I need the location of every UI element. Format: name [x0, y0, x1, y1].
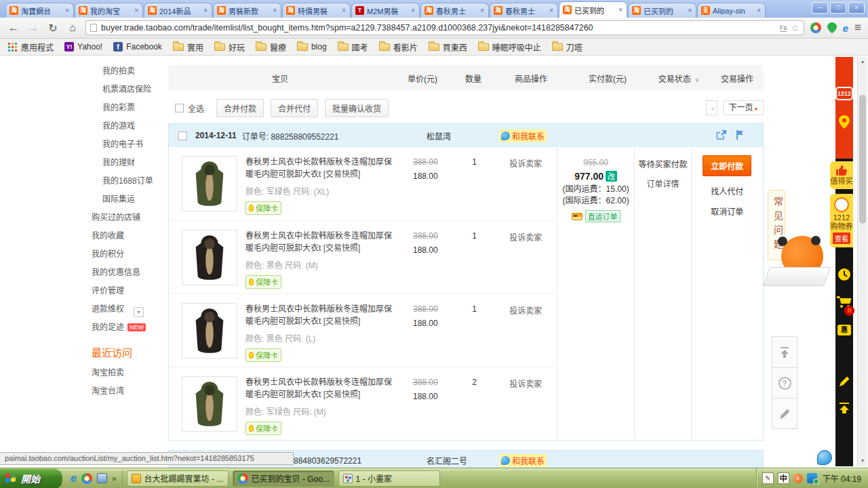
browser-tab[interactable]: 淘2014新品× — [144, 3, 212, 18]
scroll-up-arrow[interactable]: ▲ — [858, 57, 867, 66]
feedback-button[interactable] — [772, 398, 797, 428]
bookmark-apps[interactable]: 應用程式 — [7, 41, 54, 53]
tab-close-icon[interactable]: × — [341, 7, 347, 14]
page-scrollbar[interactable]: ▲ ▼ — [857, 57, 867, 466]
sidebar-item-shops-bought[interactable]: 购买过的店铺 — [92, 209, 167, 227]
back-to-top-button[interactable] — [772, 337, 797, 367]
merge-pay-for-others-button[interactable]: 合并代付 — [271, 99, 318, 117]
order-detail-link[interactable]: 订单详情 — [635, 178, 690, 189]
bookmark-folder[interactable]: 好玩 — [214, 41, 245, 53]
cart-button[interactable]: 0 — [835, 296, 853, 308]
browser-tab[interactable]: 淘春秋男士× — [420, 3, 489, 18]
product-title-link[interactable]: 春秋男士风衣中长款韩版秋冬连帽加厚保暖毛内胆可脱卸大衣t — [245, 231, 392, 253]
sidebar-item-my-auction[interactable]: 我的拍卖 — [92, 62, 167, 81]
browser-tab[interactable]: 淘淘寶網台× — [5, 3, 74, 18]
tab-close-icon[interactable]: × — [272, 7, 277, 14]
translate-icon[interactable]: Fa — [780, 24, 787, 32]
tab-close-icon[interactable]: × — [64, 7, 70, 14]
product-title-link[interactable]: 春秋男士风衣中长款韩版秋冬连帽加厚保暖毛内胆可脱卸大衣t — [245, 304, 392, 326]
product-thumbnail[interactable] — [182, 156, 237, 211]
bookmark-star-icon[interactable]: ☆ — [791, 22, 800, 33]
sidebar-item-favorites[interactable]: 我的收藏 — [92, 227, 167, 245]
browser-tab[interactable]: 支Alipay-sin× — [697, 3, 766, 18]
bookmark-yahoo[interactable]: Y!Yahoo! — [64, 42, 102, 52]
guarantee-card-badge[interactable]: 保障卡 — [245, 201, 281, 215]
sidebar-item-taobao-taiwan[interactable]: 淘宝台湾 — [92, 382, 167, 401]
pay-now-button[interactable]: 立即付款 — [703, 155, 751, 176]
refresh-icon[interactable]: ↻ — [46, 22, 60, 35]
app-quicklaunch-icon[interactable] — [97, 473, 107, 483]
product-thumbnail[interactable] — [182, 376, 237, 432]
browser-tab[interactable]: 淘已买到的× — [628, 3, 696, 18]
shop-name-link[interactable]: 名汇阁二号 — [427, 455, 467, 466]
bookmark-folder[interactable]: 買東西 — [429, 41, 467, 53]
bookmark-folder[interactable]: blog — [297, 42, 327, 52]
product-thumbnail[interactable] — [182, 230, 237, 285]
complain-seller-link[interactable]: 投诉卖家 — [494, 156, 557, 220]
wangwang-float-icon[interactable] — [817, 450, 832, 465]
contact-seller-badge[interactable]: 和我联系 — [499, 129, 547, 142]
home-icon[interactable]: ⌂ — [66, 22, 79, 34]
url-text[interactable]: buyer.trade.taobao.com/trade/itemlist/li… — [101, 23, 776, 33]
scroll-down-arrow[interactable]: ▼ — [858, 456, 867, 466]
chevron-down-icon[interactable]: ▼ — [134, 307, 144, 317]
browser-tab[interactable]: TM2M男裝× — [351, 3, 420, 18]
scrollbar-thumb[interactable] — [859, 95, 866, 224]
browser-tab[interactable]: 淘我的淘宝× — [75, 3, 143, 18]
snapshot-link[interactable]: [交易快照] — [323, 243, 361, 253]
column-header-status[interactable]: 交易状态∨ — [647, 73, 711, 84]
sidebar-item-points[interactable]: 我的积分 — [92, 245, 167, 264]
view-badge[interactable]: 查看 — [833, 232, 850, 244]
product-title-link[interactable]: 春秋男士风衣中长款韩版秋冬连帽加厚保暖毛内胆可脱卸大衣t — [245, 378, 392, 399]
bookmark-folder[interactable]: 實用 — [173, 41, 203, 53]
tab-close-icon[interactable]: × — [203, 7, 208, 14]
ask-others-pay-link[interactable]: 找人代付 — [692, 185, 763, 197]
restore-button[interactable]: □ — [830, 2, 846, 14]
tab-close-icon[interactable]: × — [479, 7, 485, 14]
sidebar-item-finance[interactable]: 我的理财 — [92, 154, 167, 172]
next-page-button[interactable]: 下一页▸ — [723, 100, 764, 115]
bookmark-facebook[interactable]: fFacebook — [113, 42, 162, 52]
bookmark-folder[interactable]: 國考 — [338, 41, 368, 53]
ie-quicklaunch-icon[interactable]: e — [71, 472, 77, 485]
taskbar-task-ptt[interactable]: 台大批踢踢實業坊 - ... — [127, 470, 229, 487]
tab-close-icon[interactable]: × — [549, 7, 554, 14]
snapshot-link[interactable]: [交易快照] — [323, 390, 361, 399]
guarantee-card-badge[interactable]: 保障卡 — [245, 348, 281, 362]
shop-name-link[interactable]: 松鼠湾 — [427, 130, 451, 142]
chevron-right-icon[interactable]: » — [112, 474, 117, 483]
complain-seller-link[interactable]: 投诉卖家 — [494, 230, 557, 293]
mascot-character[interactable] — [781, 236, 823, 275]
contact-seller-badge[interactable]: 和我联系 — [499, 454, 547, 467]
coupon-ticket-button[interactable]: 惠 — [835, 325, 853, 336]
menu-icon[interactable]: ≡ — [854, 21, 861, 35]
coupon-1212-tab[interactable]: 1212购物券 查看 — [830, 194, 853, 247]
forward-icon[interactable]: → — [26, 22, 40, 34]
help-button[interactable]: ? — [772, 367, 797, 398]
taskbar-task-chrome-active[interactable]: 已买到的宝贝 - Goo... — [233, 470, 334, 487]
chevron-down-icon[interactable]: ∨ — [695, 77, 700, 83]
worth-buy-tab[interactable]: 值得买 — [830, 161, 853, 189]
sidebar-item-games[interactable]: 我的游戏 — [92, 117, 167, 136]
sidebar-item-coupons[interactable]: 我的优惠信息 — [92, 264, 167, 282]
location-pin-icon[interactable] — [839, 115, 850, 129]
hide-icons-chevron[interactable]: ‹ — [793, 474, 803, 483]
extension-icon[interactable] — [810, 22, 821, 33]
bookmark-folder[interactable]: 看影片 — [379, 41, 418, 53]
bookmark-folder[interactable]: 睡眠呼吸中止 — [478, 41, 541, 53]
sidebar-item-ebooks[interactable]: 我的电子书 — [92, 136, 167, 154]
share-icon[interactable] — [716, 130, 726, 140]
select-all-checkbox[interactable] — [175, 104, 184, 113]
ie-extension-icon[interactable]: e — [843, 22, 848, 34]
order-checkbox[interactable] — [178, 131, 187, 140]
tab-close-icon[interactable]: × — [134, 7, 139, 14]
bookmark-folder[interactable]: 刀塔 — [552, 41, 583, 53]
ime-language-icon[interactable]: 中 — [778, 472, 789, 484]
minimize-button[interactable]: ─ — [812, 2, 828, 14]
sidebar-item-lottery[interactable]: 我的彩票 — [92, 99, 167, 117]
sidebar-item-intl-shipping[interactable]: 国际集运 — [92, 190, 167, 209]
sidebar-item-taobao-auction[interactable]: 淘宝拍卖 — [92, 364, 167, 382]
complain-seller-link[interactable]: 投诉卖家 — [494, 376, 557, 440]
flag-icon[interactable] — [736, 130, 744, 140]
promo-1212-section[interactable]: 1212 — [835, 57, 853, 159]
